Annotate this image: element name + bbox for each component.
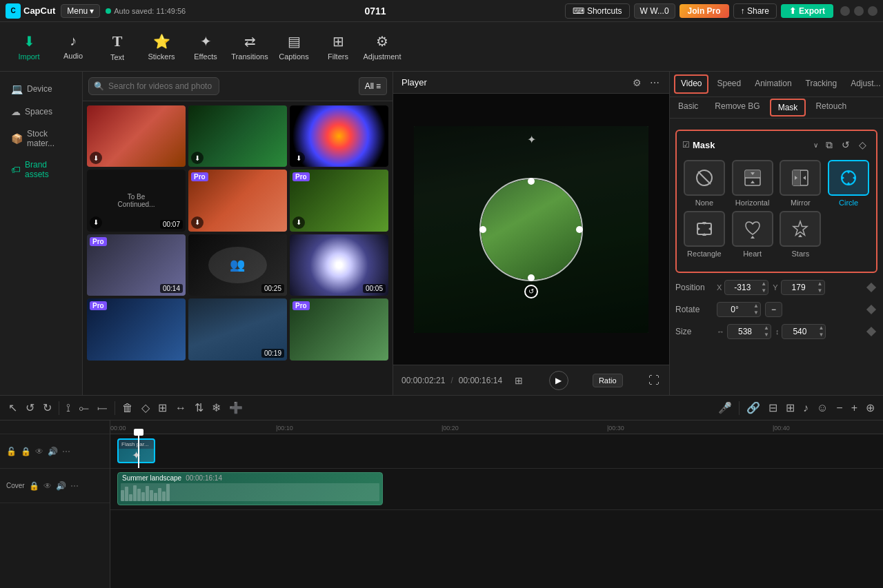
tab-adjustment[interactable]: Adjust...	[844, 72, 883, 97]
grid-view-button[interactable]: ⊞	[513, 374, 524, 387]
select-tool-button[interactable]: ↖	[6, 400, 20, 416]
all-button[interactable]: All ≡	[359, 77, 387, 95]
mask-undo-button[interactable]: ↺	[837, 136, 854, 153]
main-track-more[interactable]: ⋯	[70, 480, 79, 491]
search-input[interactable]	[88, 77, 219, 95]
tab-animation[interactable]: Animation	[748, 72, 798, 97]
media-item[interactable]: 00:05	[290, 234, 388, 296]
media-item[interactable]: Pro ⬇	[188, 170, 287, 231]
y-input[interactable]	[782, 281, 816, 294]
sidebar-item-spaces[interactable]: ☁ Spaces	[3, 101, 79, 123]
sidebar-item-device[interactable]: 💻 Device	[3, 78, 79, 100]
mask-diamond-button[interactable]: ◇	[854, 136, 871, 153]
subtab-mask[interactable]: Mask	[770, 99, 806, 116]
trim-left-button[interactable]: ⟜	[76, 401, 92, 416]
x-increment[interactable]: ▲	[760, 281, 768, 287]
split-audio-button[interactable]: ♪	[800, 401, 811, 416]
rotate-keyframe-button[interactable]	[865, 303, 877, 316]
media-item[interactable]: Pro ⬇	[290, 170, 388, 231]
height-increment[interactable]: ▲	[817, 325, 825, 332]
subtab-basic[interactable]: Basic	[670, 97, 706, 118]
mask-shape-circle[interactable]: Circle	[826, 160, 871, 207]
minus-button[interactable]: −	[833, 401, 845, 416]
main-clip[interactable]: Summer landscape 00:00:16:14	[117, 472, 383, 505]
download-icon[interactable]: ⬇	[90, 216, 102, 229]
width-input[interactable]	[728, 325, 762, 338]
height-input[interactable]	[782, 325, 817, 338]
toolbar-item-stickers[interactable]: ⭐ Stickers	[141, 26, 182, 68]
size-keyframe-button[interactable]	[865, 325, 877, 338]
media-item[interactable]: 00:19	[188, 298, 287, 360]
track-visibility-button[interactable]: 👁	[34, 446, 44, 457]
toolbar-item-adjustment[interactable]: ⚙ Adjustment	[361, 26, 403, 68]
player-menu-button[interactable]: ⋯	[648, 76, 661, 90]
add-track-button[interactable]: +	[849, 401, 860, 416]
track-volume-button[interactable]: 🔊	[47, 446, 59, 457]
maximize-button[interactable]	[854, 6, 864, 16]
mask-shape-none[interactable]: None	[682, 160, 726, 207]
media-item[interactable]: Pro	[290, 298, 388, 360]
redo-button[interactable]: ↻	[40, 400, 54, 416]
mask-tool-button[interactable]: ◇	[139, 400, 152, 416]
track-lock-button-2[interactable]: 🔒	[20, 446, 32, 457]
toolbar-item-import[interactable]: ⬇ Import	[8, 26, 50, 68]
zoom-button[interactable]: ⊕	[863, 400, 877, 416]
media-item[interactable]: 👥 00:25	[188, 234, 287, 296]
flip-button[interactable]: ⇅	[192, 400, 206, 416]
toolbar-item-effects[interactable]: ✦ Effects	[185, 26, 226, 68]
rotate-increment[interactable]: ▲	[752, 303, 760, 310]
play-button[interactable]: ▶	[549, 371, 568, 390]
mask-shape-rectangle[interactable]: Rectangle	[682, 211, 726, 258]
height-decrement[interactable]: ▼	[817, 332, 825, 338]
rotate-minus-button[interactable]: −	[765, 302, 782, 317]
mask-shape-mirror[interactable]: Mirror	[779, 160, 823, 207]
toolbar-item-captions[interactable]: ▤ Captions	[273, 26, 315, 68]
x-input[interactable]	[725, 281, 760, 294]
rotate-decrement[interactable]: ▼	[752, 310, 760, 316]
close-button[interactable]	[868, 6, 877, 16]
width-decrement[interactable]: ▼	[762, 332, 771, 338]
mask-copy-button[interactable]: ⧉	[821, 136, 837, 153]
toolbar-item-transitions[interactable]: ⇄ Transitions	[229, 26, 270, 68]
track-lock-button[interactable]: 🔓	[6, 446, 17, 457]
media-item[interactable]: ⬇	[87, 105, 186, 167]
undo-button[interactable]: ↺	[23, 400, 37, 416]
freeze-button[interactable]: ❄	[209, 400, 224, 416]
player-settings-button[interactable]: ⚙	[631, 76, 643, 90]
w-button[interactable]: W W...0	[634, 3, 675, 19]
flash-clip[interactable]: Flash par... ✦	[117, 438, 155, 463]
toolbar-item-filters[interactable]: ⊞ Filters	[317, 26, 359, 68]
media-item[interactable]: Pro	[87, 298, 186, 360]
main-track-visibility[interactable]: 👁	[43, 480, 52, 491]
ratio-button[interactable]: Ratio	[593, 374, 623, 387]
media-item[interactable]: Pro 00:14	[87, 234, 186, 296]
link-button[interactable]: 🔗	[744, 400, 763, 416]
sidebar-item-stock[interactable]: 📦 Stock mater...	[3, 123, 79, 154]
track-more-button[interactable]: ⋯	[61, 446, 71, 457]
minimize-button[interactable]	[840, 6, 850, 16]
rotate-handle[interactable]: ↺	[524, 285, 538, 298]
add-clip-button[interactable]: ➕	[226, 400, 246, 416]
media-item[interactable]: ⬇	[290, 105, 388, 167]
mask-shape-stars[interactable]: Stars	[779, 211, 823, 258]
main-track-volume[interactable]: 🔊	[55, 480, 67, 491]
group-button[interactable]: ⊞	[155, 400, 170, 416]
emoji-button[interactable]: ☺	[814, 401, 831, 416]
transform-button[interactable]: ↔	[172, 401, 189, 416]
position-keyframe-button[interactable]	[865, 281, 877, 294]
export-button[interactable]: ⬆ Export	[781, 4, 833, 18]
shortcuts-button[interactable]: ⌨ Shortcuts	[565, 3, 630, 19]
mic-button[interactable]: 🎤	[715, 400, 735, 416]
split-button[interactable]: ⟟	[63, 401, 73, 416]
toolbar-item-text[interactable]: T Text	[97, 26, 138, 68]
rotate-input[interactable]	[717, 303, 752, 316]
cover-label-btn[interactable]: Cover	[6, 481, 26, 490]
delete-button[interactable]: 🗑	[119, 401, 136, 416]
sidebar-item-brand[interactable]: 🏷 Brand assets	[3, 154, 79, 185]
main-track-lock[interactable]: 🔒	[28, 480, 40, 491]
width-increment[interactable]: ▲	[762, 325, 771, 332]
combine-button[interactable]: ⊟	[766, 400, 780, 416]
toolbar-item-audio[interactable]: ♪ Audio	[52, 26, 94, 68]
tab-speed[interactable]: Speed	[710, 72, 748, 97]
mask-shape-heart[interactable]: Heart	[731, 211, 775, 258]
